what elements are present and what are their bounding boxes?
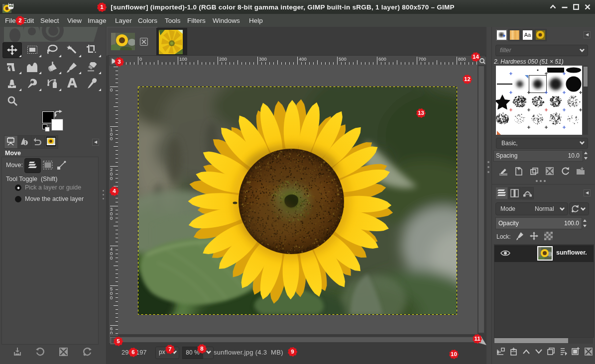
svg-text:300: 300 [259,56,267,62]
svg-text:400: 400 [299,56,307,62]
svg-text:800: 800 [458,56,466,62]
svg-text:500: 500 [339,56,347,62]
svg-text:700: 700 [418,56,426,62]
svg-text:0: 0 [110,176,113,181]
svg-text:0: 0 [110,136,113,141]
svg-text:0: 0 [110,215,113,221]
svg-text:0: 0 [139,56,142,62]
svg-text:0: 0 [110,87,113,92]
svg-text:0: 0 [110,255,113,261]
svg-text:600: 600 [378,56,386,62]
svg-text:200: 200 [219,56,227,62]
svg-text:0: 0 [110,330,113,334]
svg-text:100: 100 [179,56,187,62]
svg-text:0: 0 [110,295,113,300]
